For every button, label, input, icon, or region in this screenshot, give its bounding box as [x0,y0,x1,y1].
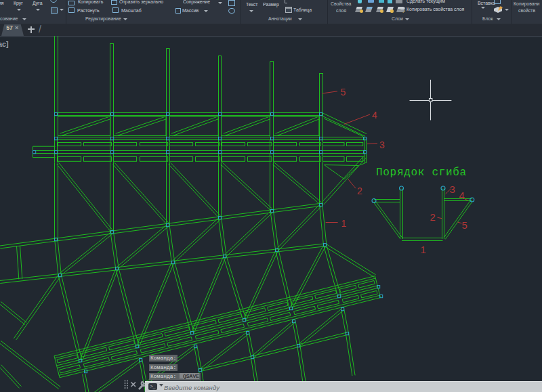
svg-text:3: 3 [450,183,455,195]
svg-text:Порядок сгиба: Порядок сгиба [376,167,467,179]
svg-text:1: 1 [341,218,347,229]
svg-text:4: 4 [372,110,377,121]
svg-text:3: 3 [379,139,385,150]
svg-text:5: 5 [462,219,467,231]
svg-text:1: 1 [421,244,426,255]
svg-text:2: 2 [430,211,436,223]
svg-text:4: 4 [459,190,465,201]
svg-text:2: 2 [357,186,362,196]
svg-text:5: 5 [341,87,346,97]
